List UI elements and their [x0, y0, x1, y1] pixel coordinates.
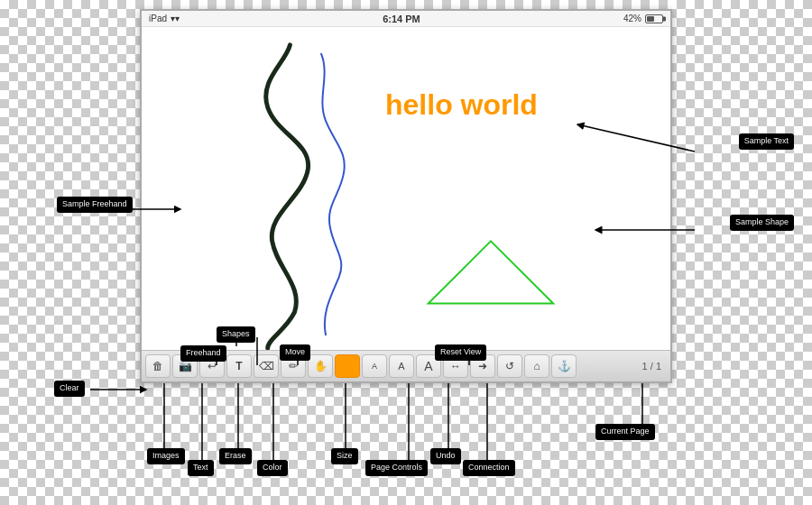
move-annotation: Move	[280, 344, 310, 361]
battery-percent: 42%	[623, 14, 641, 23]
status-time: 6:14 PM	[383, 14, 420, 24]
undo2-button[interactable]: ↺	[497, 354, 522, 378]
battery-icon	[645, 14, 663, 23]
sample-text-annotation: Sample Text	[739, 133, 794, 150]
trash-button[interactable]: 🗑	[145, 354, 171, 378]
status-right: 42%	[623, 14, 663, 23]
canvas-area[interactable]: hello world	[142, 27, 670, 350]
text-annotation: Text	[188, 460, 214, 476]
images-annotation: Images	[147, 448, 185, 464]
freehand-blue-curve	[321, 54, 345, 335]
sample-freehand-annotation: Sample Freehand	[57, 197, 133, 213]
ipad-label: iPad	[149, 14, 167, 23]
color-annotation: Color	[257, 460, 288, 476]
wifi-icon: ▾▾	[171, 14, 180, 23]
page-controls-annotation: Page Controls	[365, 460, 428, 476]
clear-annotation: Clear	[54, 381, 85, 397]
current-page-annotation: Current Page	[595, 424, 655, 440]
connection-annotation: Connection	[463, 460, 515, 476]
size-small-button[interactable]: A	[362, 354, 387, 378]
size-annotation: Size	[331, 448, 358, 464]
freehand-dark-curve	[266, 45, 309, 348]
anchor-button[interactable]: ⚓	[551, 354, 577, 378]
hand-button[interactable]: ✋	[308, 354, 333, 378]
sample-shape-triangle	[429, 241, 553, 303]
hello-world-text: hello world	[385, 88, 538, 122]
size-medium-button[interactable]: A	[389, 354, 414, 378]
shapes-annotation: Shapes	[217, 326, 255, 343]
erase-annotation: Erase	[219, 448, 252, 464]
status-bar: iPad ▾▾ 6:14 PM 42%	[142, 11, 670, 27]
status-left: iPad ▾▾	[149, 14, 180, 23]
home-button[interactable]: ⌂	[524, 354, 549, 378]
color-swatch-button[interactable]	[335, 354, 360, 378]
page-indicator: 1 / 1	[637, 361, 667, 372]
sample-shape-annotation: Sample Shape	[730, 215, 794, 231]
undo-annotation: Undo	[430, 448, 461, 464]
text-button[interactable]: T	[226, 354, 252, 378]
freehand-annotation: Freehand	[180, 345, 226, 362]
drawing-canvas[interactable]	[142, 27, 670, 350]
reset-view-annotation: Reset View	[435, 344, 486, 361]
eraser-button[interactable]: ⌫	[254, 354, 279, 378]
